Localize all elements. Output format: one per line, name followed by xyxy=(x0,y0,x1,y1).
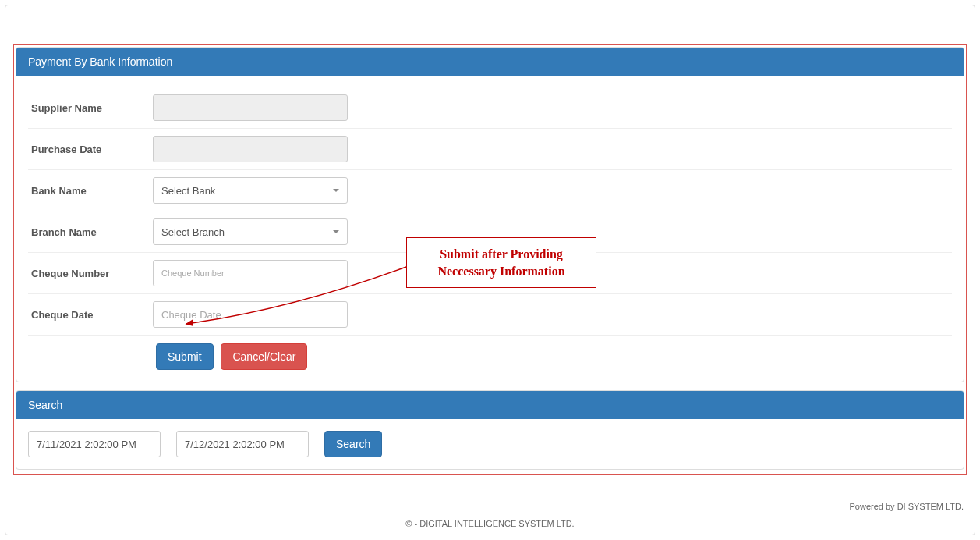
payment-panel-title: Payment By Bank Information xyxy=(28,55,172,68)
label-branch-name: Branch Name xyxy=(28,226,153,238)
cheque-number-input[interactable] xyxy=(153,260,348,286)
row-bank-name: Bank Name Select Bank xyxy=(28,170,952,211)
purchase-date-input xyxy=(153,136,348,162)
payment-panel-heading: Payment By Bank Information xyxy=(16,48,964,76)
chevron-down-icon xyxy=(333,230,339,233)
cheque-date-input[interactable] xyxy=(153,301,348,328)
search-button[interactable]: Search xyxy=(324,431,382,457)
search-panel: Search Search xyxy=(16,390,964,470)
label-cheque-number: Cheque Number xyxy=(28,268,153,279)
label-supplier-name: Supplier Name xyxy=(28,102,153,114)
row-cheque-date: Cheque Date xyxy=(28,294,952,336)
date-to-input[interactable] xyxy=(176,431,309,457)
search-panel-heading: Search xyxy=(16,391,964,419)
annotated-region: Payment By Bank Information Supplier Nam… xyxy=(13,44,967,475)
annotation-text: Submit after Providing Neccessary Inform… xyxy=(437,247,564,278)
footer-powered: Powered by DI SYSTEM LTD. xyxy=(849,502,964,511)
label-cheque-date: Cheque Date xyxy=(28,309,153,321)
label-purchase-date: Purchase Date xyxy=(28,144,153,155)
cancel-clear-button[interactable]: Cancel/Clear xyxy=(221,343,307,370)
supplier-name-input xyxy=(153,94,348,121)
search-panel-title: Search xyxy=(28,399,62,411)
date-from-input[interactable] xyxy=(28,431,161,457)
bank-name-select[interactable]: Select Bank xyxy=(153,177,348,204)
footer-copyright: © - DIGITAL INTELLIGENCE SYSTEM LTD. xyxy=(5,519,975,528)
label-bank-name: Bank Name xyxy=(28,185,153,197)
chevron-down-icon xyxy=(333,189,339,192)
annotation-callout: Submit after Providing Neccessary Inform… xyxy=(406,237,596,288)
payment-button-row: Submit Cancel/Clear xyxy=(28,336,952,370)
search-panel-body: Search xyxy=(16,419,964,469)
payment-panel-body: Supplier Name Purchase Date Bank Name xyxy=(16,76,964,382)
payment-panel: Payment By Bank Information Supplier Nam… xyxy=(16,47,964,382)
branch-name-selected: Select Branch xyxy=(161,226,225,238)
row-purchase-date: Purchase Date xyxy=(28,129,952,170)
bank-name-selected: Select Bank xyxy=(161,185,215,197)
submit-button[interactable]: Submit xyxy=(156,343,214,370)
row-supplier-name: Supplier Name xyxy=(28,87,952,129)
page-container: Payment By Bank Information Supplier Nam… xyxy=(5,5,975,535)
branch-name-select[interactable]: Select Branch xyxy=(153,218,348,245)
